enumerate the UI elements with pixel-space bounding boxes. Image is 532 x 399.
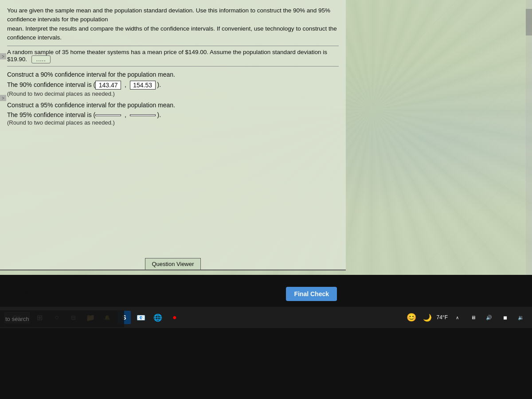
left-arrow-top[interactable]: > — [0, 53, 6, 59]
question-viewer-button[interactable]: Question Viewer — [145, 258, 200, 270]
notification-icon[interactable]: 🖥 — [466, 311, 480, 324]
ci-95-input-high[interactable] — [130, 114, 156, 116]
chevron-up-icon[interactable]: ∧ — [450, 311, 464, 324]
app-icon-mail[interactable]: 📧 — [134, 311, 148, 324]
bottom-toolbar: Question Viewer Help Me Solve This View … — [0, 255, 346, 304]
temperature-display: 74°F — [437, 314, 448, 321]
speaker-icon[interactable]: ◼ — [498, 311, 512, 324]
ci-90-round-note: (Round to two decimal places as needed.) — [7, 90, 339, 97]
app-icon-red[interactable]: ● — [168, 311, 181, 324]
right-scrollbar[interactable] — [526, 0, 532, 275]
ci-90-input-low[interactable]: 143.47 — [95, 81, 121, 90]
search-input[interactable] — [5, 316, 119, 322]
left-bracket: > > — [0, 53, 6, 101]
ci-95-answer: The 95% confidence interval is ( , ). — [7, 111, 339, 118]
get-more-help-button[interactable]: Get More Help — [135, 290, 182, 297]
main-content-panel: You are given the sample mean and the po… — [0, 0, 346, 270]
ci-95-round-note: (Round to two decimal places as needed.) — [7, 119, 339, 126]
moon-icon[interactable]: 🌙 — [421, 311, 434, 324]
sample-description: A random sample of 35 home theater syste… — [7, 49, 339, 63]
more-button[interactable]: ..... — [31, 55, 51, 63]
final-check-button[interactable]: Final Check — [286, 287, 337, 301]
ci-90-input-high[interactable]: 154.53 — [130, 81, 156, 90]
help-me-solve-button[interactable]: Help Me Solve This — [9, 290, 66, 297]
view-example-button[interactable]: View an Example — [76, 290, 124, 297]
left-arrow-bottom[interactable]: > — [0, 95, 6, 101]
section1-label: Construct a 90% confidence interval for … — [7, 71, 339, 78]
chevron-down-icon — [178, 293, 181, 296]
divider-2 — [7, 66, 339, 66]
taskbar-right-area: 😊 🌙 74°F ∧ 🖥 🔊 ◼ 🔉 — [405, 311, 528, 324]
clear-all-button[interactable]: Clear All — [252, 290, 275, 297]
ci-90-answer: The 90% confidence interval is (143.47 ,… — [7, 81, 339, 90]
scroll-thumb[interactable] — [526, 9, 532, 35]
divider-1 — [7, 46, 339, 46]
ci-95-input-low[interactable] — [95, 114, 121, 116]
app-icon-browser[interactable]: 🌐 — [151, 311, 164, 324]
sound-icon[interactable]: 🔉 — [514, 311, 528, 324]
emoji-icon[interactable]: 😊 — [405, 311, 418, 324]
volume-icon[interactable]: 🔊 — [482, 311, 496, 324]
search-bar[interactable] — [0, 310, 124, 327]
intro-text: You are given the sample mean and the po… — [7, 6, 339, 42]
section2-label: Construct a 95% confidence interval for … — [7, 102, 339, 109]
